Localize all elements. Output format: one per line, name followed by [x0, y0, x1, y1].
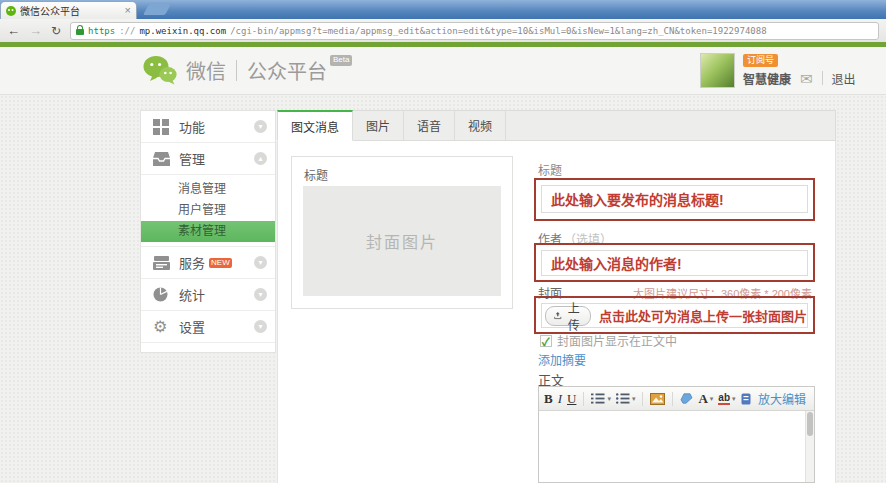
bold-button[interactable]: B: [544, 392, 553, 405]
title-input[interactable]: 此处输入要发布的消息标题!: [541, 185, 808, 213]
eraser-button[interactable]: [680, 393, 693, 404]
title-annotation-box: 此处输入要发布的消息标题!: [534, 178, 815, 221]
upload-icon: [554, 310, 562, 321]
header-divider: [822, 71, 823, 85]
author-input[interactable]: 此处输入消息的作者!: [541, 250, 808, 276]
browser-tab-strip: 微信公众平台 ×: [0, 0, 886, 19]
underline-button[interactable]: U: [567, 392, 576, 405]
chevron-down-icon[interactable]: ▾: [254, 288, 267, 301]
wechat-logo-icon: [143, 55, 177, 86]
service-label: 服务: [179, 253, 205, 272]
content-tabs: 图文消息 图片 语音 视频: [277, 110, 836, 141]
tabbar-filler: [506, 110, 836, 141]
sidebar-item-service[interactable]: 服务NEW ▾: [141, 247, 275, 279]
chevron-up-icon[interactable]: ▴: [254, 152, 267, 165]
rich-text-editor: B I U ▾ ▾: [538, 386, 815, 483]
blockquote-icon: [741, 393, 751, 405]
author-annotation-box: 此处输入消息的作者!: [534, 243, 815, 282]
new-badge: NEW: [209, 258, 232, 268]
blockquote-button[interactable]: [741, 393, 751, 405]
brand-text: 微信: [186, 56, 226, 85]
upload-annotation-box: 上传 点击此处可为消息上传一张封面图片: [534, 296, 815, 334]
chevron-down-icon[interactable]: ▾: [254, 120, 267, 133]
insert-image-button[interactable]: [650, 393, 665, 405]
chevron-down-icon[interactable]: ▾: [254, 256, 267, 269]
back-icon[interactable]: ←: [7, 24, 20, 37]
site-header: 微信 公众平台 Beta 订阅号 智慧健康 ✉ 退出: [0, 47, 886, 95]
wechat-favicon-icon: [6, 6, 16, 16]
ordered-list-icon: [591, 393, 605, 404]
unordered-list-icon: [616, 393, 630, 404]
sidebar-item-label: 设置: [179, 317, 254, 336]
tab-title: 微信公众平台: [20, 3, 121, 18]
brand-divider: [236, 60, 237, 81]
preview-title-label: 标题: [304, 166, 512, 183]
sidebar-item-functions[interactable]: 功能 ▾: [141, 111, 275, 143]
sidebar-item-message-management[interactable]: 消息管理: [141, 179, 275, 200]
close-tab-icon[interactable]: ×: [125, 5, 131, 16]
zoom-edit-link[interactable]: 放大编辑: [758, 390, 809, 407]
browser-tab[interactable]: 微信公众平台 ×: [0, 1, 137, 19]
beta-badge: Beta: [330, 55, 352, 66]
sidebar-item-user-management[interactable]: 用户管理: [141, 200, 275, 221]
author-annotation-text: 此处输入消息的作者!: [551, 253, 682, 273]
cover-image-placeholder[interactable]: 封面图片: [303, 186, 501, 296]
lock-icon: [76, 29, 84, 35]
editor-scrollbar[interactable]: [805, 411, 814, 482]
url-separator: ://: [119, 26, 135, 36]
dropdown-caret-icon: ▾: [710, 395, 714, 402]
cover-in-body-checkbox[interactable]: ✓: [540, 335, 552, 347]
unordered-list-button[interactable]: ▾: [616, 393, 636, 404]
cover-upload-field: 上传 点击此处可为消息上传一张封面图片: [541, 303, 808, 328]
article-preview-card[interactable]: 标题 封面图片: [291, 156, 513, 309]
account-type-badge: 订阅号: [743, 54, 778, 67]
title-annotation-text: 此处输入要发布的消息标题!: [551, 189, 724, 209]
forward-icon[interactable]: →: [29, 24, 42, 37]
image-icon: [650, 393, 665, 405]
reload-icon[interactable]: ↻: [51, 25, 61, 37]
account-info: 订阅号 智慧健康 ✉ 退出: [743, 53, 856, 88]
cover-in-body-row: ✓ 封面图片显示在正文中: [540, 332, 677, 349]
italic-button[interactable]: I: [558, 392, 562, 405]
sidebar: 功能 ▾ 管理 ▴ 消息管理 用户管理 素材管理 服务NEW ▾ 统计: [140, 110, 276, 353]
screen: 微信公众平台 × ← → ↻ https://mp.weixin.qq.com/…: [0, 0, 886, 483]
chevron-down-icon[interactable]: ▾: [254, 320, 267, 333]
url-host: mp.weixin.qq.com: [139, 26, 226, 36]
wechat-logo[interactable]: 微信 公众平台 Beta: [143, 55, 352, 86]
font-color-icon: A: [698, 392, 707, 405]
check-icon: ✓: [542, 333, 550, 349]
upload-button[interactable]: 上传: [545, 306, 591, 326]
add-summary-link[interactable]: 添加摘要: [538, 351, 586, 368]
url-path: /cgi-bin/appmsg?t=media/appmsg_edit&acti…: [230, 26, 766, 36]
sidebar-item-label: 功能: [179, 117, 254, 136]
tab-image[interactable]: 图片: [353, 110, 404, 141]
sidebar-filler: [141, 343, 275, 352]
tab-voice[interactable]: 语音: [404, 110, 455, 141]
highlight-button[interactable]: ab ▾: [718, 392, 735, 405]
editor-toolbar: B I U ▾ ▾: [539, 387, 814, 411]
cover-placeholder-text: 封面图片: [366, 229, 438, 253]
sidebar-item-statistics[interactable]: 统计 ▾: [141, 279, 275, 311]
content-panel: 标题 封面图片 标题 此处输入要发布的消息标题! 作者（选填） 此处输入消息的作…: [277, 141, 836, 483]
scrollbar-thumb[interactable]: [807, 412, 813, 436]
envelope-icon[interactable]: ✉: [800, 71, 813, 86]
dropdown-caret-icon: ▾: [632, 395, 636, 402]
sidebar-item-label: 统计: [179, 285, 254, 304]
url-bar[interactable]: https://mp.weixin.qq.com/cgi-bin/appmsg?…: [70, 22, 879, 40]
tab-video[interactable]: 视频: [455, 110, 506, 141]
tab-rich-media-message[interactable]: 图文消息: [277, 110, 353, 141]
avatar[interactable]: [700, 53, 735, 88]
toolbar-separator: [672, 392, 673, 406]
sidebar-item-management[interactable]: 管理 ▴: [141, 143, 275, 175]
sidebar-item-material-management[interactable]: 素材管理: [141, 221, 275, 242]
new-tab-button[interactable]: [143, 4, 171, 15]
title-label: 标题: [538, 161, 562, 178]
ordered-list-button[interactable]: ▾: [591, 393, 611, 404]
logout-link[interactable]: 退出: [832, 70, 856, 87]
upload-button-label: 上传: [566, 299, 582, 333]
editor-textarea[interactable]: [539, 411, 814, 482]
toolbar-separator: [583, 392, 584, 406]
font-color-button[interactable]: A ▾: [698, 392, 713, 405]
pie-chart-icon: [153, 287, 171, 302]
sidebar-item-settings[interactable]: ⚙ 设置 ▾: [141, 311, 275, 343]
